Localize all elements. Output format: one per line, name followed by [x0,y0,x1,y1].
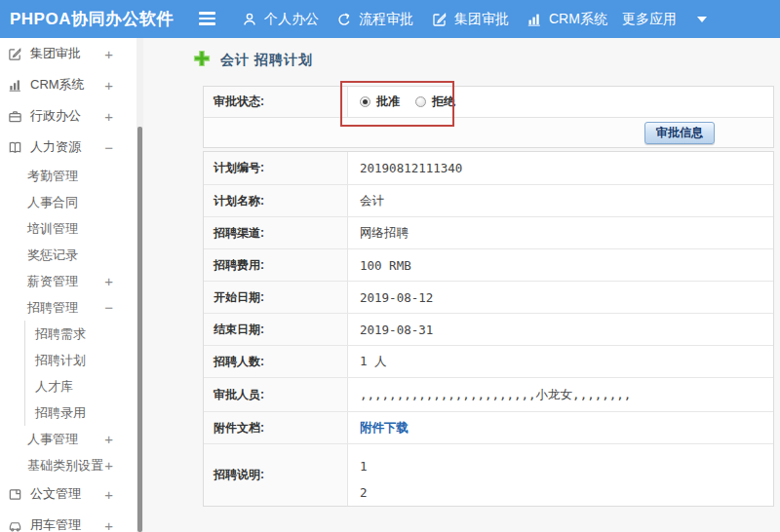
value-recruit-cost: 100 RMB [348,249,773,281]
value-headcount: 1 人 [348,346,773,377]
bar-chart-icon [8,77,23,93]
expand-icon: + [104,77,113,94]
sidebar-item-label: 用车管理 [30,516,81,532]
nav-label: 流程审批 [359,11,413,28]
recruit-submenu: 招聘需求 招聘计划 人才库 招聘录用 [24,321,136,426]
radio-reject[interactable]: 拒绝 [415,94,455,110]
nav-item-more-apps[interactable]: 更多应用 [622,0,707,38]
document-icon [8,486,23,502]
sidebar-scrollbar-track [136,38,143,532]
sidebar-item-label: 招聘计划 [35,352,86,369]
app-logo: PHPOA协同办公软件 [10,0,174,38]
value-recruit-description: 1 2 [348,444,773,506]
description-line: 1 [360,453,773,479]
sidebar-item-recruit-mgmt[interactable]: 招聘管理 − [0,294,136,321]
row-label: 招聘渠道: [204,217,348,248]
sidebar-item-label: 奖惩记录 [27,247,78,264]
sidebar-item-label: 人事管理 [27,431,78,448]
expand-icon: + [104,431,113,447]
value-approvers: ,,,,,,,,,,,,,,,,,,,,,,,,小龙女,,,,,,,, [348,378,773,411]
attachment-download-link[interactable]: 附件下载 [360,420,409,437]
recruit-plan-detail-table: 计划编号: 20190812111340 计划名称: 会计 招聘渠道: 网络招聘… [203,151,774,507]
expand-icon: + [104,517,113,532]
radio-approve[interactable]: 批准 [360,94,400,110]
sidebar-item-hr[interactable]: 人力资源 − [0,132,136,163]
radio-label: 批准 [376,94,400,110]
table-row: 附件文档: 附件下载 [204,411,773,443]
value-start-date: 2019-08-12 [348,282,773,313]
sidebar-item-label: 人才库 [35,378,73,396]
nav-item-crm[interactable]: CRM系统 [526,0,607,38]
collapse-icon: − [104,299,113,316]
collapse-icon: − [104,139,113,156]
user-icon [242,12,257,27]
sidebar-item-label: 招聘需求 [35,325,86,343]
value-plan-name: 会计 [348,185,773,216]
sidebar-item-training[interactable]: 培训管理 [0,215,136,242]
table-row: 招聘说明: 1 2 [204,443,773,506]
sidebar-item-label: 人事合同 [27,194,78,211]
sidebar-item-vehicle-mgmt[interactable]: 用车管理 + [0,510,136,532]
row-label: 开始日期: [204,282,348,313]
sidebar-item-label: 考勤管理 [27,168,78,185]
nav-item-group-approval[interactable]: 集团审批 [432,0,509,38]
value-plan-number: 20190812111340 [348,152,773,184]
sidebar-item-crm[interactable]: CRM系统 + [0,69,136,100]
button-row: 审批信息 [204,117,773,147]
row-label: 招聘费用: [204,249,348,281]
sidebar-item-label: 基础类别设置 [27,457,103,475]
row-label: 附件文档: [204,412,348,443]
nav-label: CRM系统 [549,11,607,28]
value-end-date: 2019-08-31 [348,314,773,345]
expand-icon: + [104,273,113,289]
sidebar-item-label: 薪资管理 [27,273,78,290]
table-row: 结束日期: 2019-08-31 [204,313,773,345]
row-label: 审批人员: [204,378,348,411]
sidebar-item-recruit-plan[interactable]: 招聘计划 [25,347,136,373]
sidebar-item-label: 招聘录用 [35,404,86,422]
nav-label: 更多应用 [622,11,677,28]
sidebar-item-salary[interactable]: 薪资管理 + [0,268,136,294]
approval-info-button[interactable]: 审批信息 [644,122,715,144]
row-label: 计划编号: [204,152,348,184]
topbar: PHPOA协同办公软件 个人办公 流程审批 集团审批 CRM系统 更多应用 [0,0,780,38]
status-label: 审批状态: [204,87,348,117]
expand-icon: + [104,108,113,125]
description-line: 2 [360,479,773,506]
table-row: 开始日期: 2019-08-12 [204,281,773,313]
sidebar-scrollbar-thumb[interactable] [137,127,142,532]
sidebar-item-recruit-demand[interactable]: 招聘需求 [25,321,136,347]
status-options: 批准 拒绝 [348,87,773,117]
radio-button-selected-icon[interactable] [360,96,370,107]
page-header: 会计 招聘计划 [193,50,313,71]
sidebar-item-recruit-hire[interactable]: 招聘录用 [25,399,136,426]
value-recruit-channel: 网络招聘 [348,217,773,248]
hamburger-menu-icon[interactable] [199,12,215,28]
radio-button-icon[interactable] [415,96,426,107]
sidebar-item-personnel-contract[interactable]: 人事合同 [0,189,136,215]
sidebar-item-label: 人力资源 [30,138,81,156]
sidebar-item-attendance[interactable]: 考勤管理 [0,163,136,189]
nav-item-personal-office[interactable]: 个人办公 [242,0,319,38]
sidebar-item-admin-office[interactable]: 行政办公 + [0,100,136,132]
nav-item-workflow-approval[interactable]: 流程审批 [336,0,413,38]
add-plus-icon[interactable] [193,50,211,71]
sidebar-item-label: 招聘管理 [27,299,78,317]
edit-icon [432,12,448,27]
nav-label: 集团审批 [454,11,509,28]
row-label: 招聘人数: [204,346,348,377]
row-label: 结束日期: [204,314,348,345]
sidebar-item-talent-pool[interactable]: 人才库 [25,373,136,399]
sidebar-item-group-approval[interactable]: 集团审批 + [0,38,136,69]
sidebar-item-document-mgmt[interactable]: 公文管理 + [0,478,136,510]
sidebar-item-label: CRM系统 [30,76,85,94]
sidebar-item-personnel-mgmt[interactable]: 人事管理 + [0,426,136,452]
sidebar-item-rewards-records[interactable]: 奖惩记录 [0,242,136,268]
table-row: 计划名称: 会计 [204,184,773,216]
expand-icon: + [104,46,113,62]
sidebar-item-label: 集团审批 [30,45,81,62]
briefcase-icon [8,108,23,124]
table-row: 招聘渠道: 网络招聘 [204,216,773,248]
sidebar-item-base-category[interactable]: 基础类别设置 + [0,452,136,478]
radio-label: 拒绝 [432,94,455,110]
